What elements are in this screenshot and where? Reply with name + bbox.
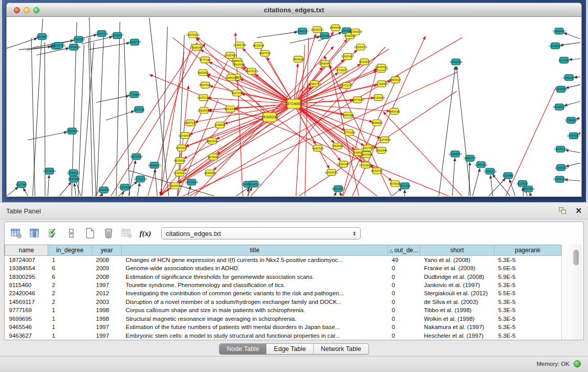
teal-node[interactable]: 17359928 bbox=[564, 117, 577, 123]
yellow-node[interactable]: 7625402 bbox=[359, 59, 370, 65]
yellow-node[interactable]: 9242848 bbox=[376, 147, 387, 154]
cell-title[interactable]: Estimation of the future numbers of pati… bbox=[122, 323, 388, 331]
column-header-out_degree[interactable]: △out_de... bbox=[388, 245, 420, 256]
teal-node[interactable]: 16648784 bbox=[449, 59, 462, 65]
cell-title[interactable]: Investigating the contribution of common… bbox=[122, 289, 388, 297]
cell-pagerank[interactable]: 5.3E-5 bbox=[494, 298, 561, 306]
cell-pagerank[interactable]: 5.5E-5 bbox=[494, 289, 561, 297]
teal-node[interactable]: 10975887 bbox=[567, 133, 580, 139]
cell-title[interactable]: Genome-wide association studies in ADHD. bbox=[122, 264, 388, 272]
cell-short[interactable]: Nakamura et al. (1997) bbox=[420, 323, 494, 331]
cell-pagerank[interactable]: 5.3E-5 bbox=[494, 315, 561, 323]
yellow-node[interactable]: 9777169 bbox=[200, 57, 211, 63]
cell-year[interactable]: 1997 bbox=[92, 281, 122, 289]
yellow-node[interactable]: 9146821 bbox=[214, 122, 226, 128]
tab-node-table[interactable]: Node Table bbox=[220, 344, 267, 354]
yellow-node[interactable]: 16961758 bbox=[233, 42, 246, 48]
tab-edge-table[interactable]: Edge Table bbox=[267, 344, 313, 354]
cell-short[interactable]: Wolkin et al. (1998) bbox=[420, 315, 494, 323]
yellow-node[interactable]: 8454749 bbox=[225, 106, 236, 112]
teal-node[interactable]: 9129966 bbox=[503, 172, 514, 179]
cell-year[interactable]: 2009 bbox=[92, 264, 122, 272]
cell-title[interactable]: Structural magnetic resonance image aver… bbox=[122, 315, 388, 323]
node-table[interactable]: namein_degreeyeartitle△out_de...shortpag… bbox=[5, 245, 561, 340]
teal-node[interactable]: 9857791 bbox=[134, 106, 145, 113]
teal-node[interactable]: 11015816 bbox=[185, 179, 198, 185]
teal-node[interactable]: 12505133 bbox=[95, 31, 108, 37]
table-row[interactable]: 1872400712008Changes of HCN gene express… bbox=[5, 256, 561, 264]
yellow-node[interactable]: 8990448 bbox=[330, 25, 341, 31]
cell-year[interactable]: 1998 bbox=[92, 306, 122, 314]
cell-out_degree[interactable]: 0 bbox=[388, 331, 420, 340]
cell-short[interactable]: Stergiakouli et al. (2012) bbox=[420, 289, 494, 297]
cell-in_degree[interactable]: 1 bbox=[48, 315, 92, 323]
cell-out_degree[interactable]: 0 bbox=[388, 289, 420, 297]
teal-node[interactable]: 9115460 bbox=[558, 57, 570, 63]
table-row[interactable]: 969969511998Structural magnetic resonanc… bbox=[5, 315, 561, 323]
table-row[interactable]: 1830029562008Estimation of significance … bbox=[5, 272, 561, 280]
cell-out_degree[interactable]: 0 bbox=[388, 264, 420, 272]
teal-node[interactable]: 14569117 bbox=[562, 75, 575, 81]
cell-name[interactable]: 18300295 bbox=[5, 272, 48, 280]
yellow-node[interactable]: 12325419 bbox=[173, 170, 186, 176]
cell-name[interactable]: 9699695 bbox=[5, 315, 48, 323]
zoom-window-button[interactable] bbox=[33, 7, 39, 13]
cell-in_degree[interactable]: 1 bbox=[48, 306, 92, 314]
teal-node[interactable]: 15751074 bbox=[484, 168, 496, 174]
table-row[interactable]: 2242004622012Investigating the contribut… bbox=[5, 289, 561, 297]
delete-entries-icon[interactable] bbox=[102, 227, 115, 240]
minimize-window-button[interactable] bbox=[24, 7, 30, 13]
table-row[interactable]: 1938455462009Genome-wide association stu… bbox=[5, 264, 561, 272]
cell-year[interactable]: 2003 bbox=[92, 298, 122, 306]
yellow-node[interactable]: 12143436 bbox=[372, 95, 385, 101]
teal-node[interactable]: 10975887 bbox=[35, 34, 48, 40]
yellow-node[interactable]: 9827508 bbox=[259, 50, 271, 56]
yellow-node[interactable]: 2867608 bbox=[361, 151, 372, 158]
cell-pagerank[interactable]: 5.9E-5 bbox=[494, 272, 561, 280]
teal-node[interactable]: 17957253 bbox=[554, 165, 567, 171]
new-table-icon[interactable] bbox=[83, 227, 97, 240]
column-header-year[interactable]: year bbox=[92, 245, 122, 256]
teal-node[interactable]: 16782759 bbox=[449, 151, 462, 157]
teal-node[interactable]: 13954092 bbox=[553, 28, 565, 34]
tab-network-table[interactable]: Network Table bbox=[314, 344, 368, 354]
yellow-node[interactable]: 9242848 bbox=[204, 170, 215, 176]
teal-node[interactable]: 9129966 bbox=[98, 187, 110, 193]
cell-year[interactable]: 1997 bbox=[92, 331, 122, 340]
cell-title[interactable]: Corpus callosum shape and size in male p… bbox=[122, 306, 388, 314]
cell-year[interactable]: 1997 bbox=[92, 323, 122, 331]
cell-pagerank[interactable]: 5.6E-5 bbox=[494, 264, 561, 272]
teal-node[interactable]: 16538804 bbox=[549, 43, 561, 49]
cell-out_degree[interactable]: 0 bbox=[388, 323, 420, 331]
column-header-pagerank[interactable]: pagerank bbox=[494, 245, 561, 256]
yellow-node[interactable]: 2867608 bbox=[206, 138, 217, 144]
cell-title[interactable]: Estimation of significance thresholds fo… bbox=[122, 272, 388, 280]
yellow-node[interactable]: 7485083 bbox=[342, 112, 354, 118]
yellow-node[interactable]: 10973493 bbox=[186, 32, 199, 38]
yellow-node[interactable]: 10973493 bbox=[351, 97, 364, 103]
cell-out_degree[interactable]: 49 bbox=[388, 256, 420, 264]
yellow-node[interactable]: 13220373 bbox=[354, 44, 367, 50]
yellow-node[interactable]: 19734933 bbox=[359, 162, 372, 168]
close-window-button[interactable] bbox=[14, 7, 20, 13]
teal-node[interactable]: 13942737 bbox=[464, 155, 476, 161]
cell-in_degree[interactable]: 2 bbox=[48, 298, 92, 306]
yellow-node[interactable]: 6497568 bbox=[200, 82, 211, 88]
column-header-in_degree[interactable]: in_degree bbox=[48, 245, 92, 256]
cell-name[interactable]: 14569117 bbox=[5, 298, 48, 306]
teal-node[interactable]: 7857224 bbox=[399, 183, 410, 189]
yellow-node[interactable]: 9463627 bbox=[176, 145, 187, 151]
yellow-node[interactable]: 6497568 bbox=[312, 145, 323, 151]
cell-short[interactable]: Jankovic et al. (1997) bbox=[420, 281, 494, 289]
yellow-node[interactable]: 7462662 bbox=[197, 70, 208, 76]
yellow-node[interactable]: 9875685 bbox=[208, 154, 219, 160]
teal-node[interactable]: 8215953 bbox=[68, 176, 79, 182]
teal-node[interactable]: 17957253 bbox=[72, 36, 85, 42]
cell-title[interactable]: Embryonic stem cells: a model to study s… bbox=[122, 331, 388, 340]
cell-out_degree[interactable]: 0 bbox=[388, 306, 420, 314]
cell-in_degree[interactable]: 1 bbox=[48, 331, 92, 340]
close-panel-icon[interactable]: ✕ bbox=[575, 207, 582, 214]
show-columns-icon[interactable] bbox=[28, 227, 41, 240]
cell-out_degree[interactable]: 0 bbox=[388, 298, 420, 306]
cell-name[interactable]: 9777169 bbox=[5, 306, 48, 314]
